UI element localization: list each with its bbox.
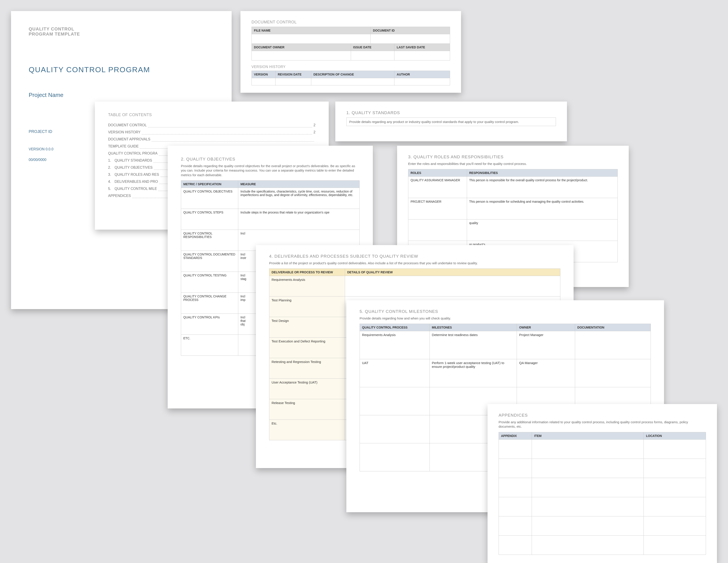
deliverables-desc: Provide a list of the project or product… [269,261,560,265]
cell-resp: This person is responsible for the overa… [467,177,617,198]
version-history-title: VERSION HISTORY [251,65,450,69]
cell-metric: QUALITY CONTROL OBJECTIVES [181,188,238,209]
cell-appendix [499,439,532,459]
th-process: QUALITY CONTROL PROCESS [360,324,430,331]
th-location: LOCATION [644,432,706,439]
cell-deliverable: Retesting and Regression Testing [269,358,345,379]
cell-appendix [499,459,532,478]
th-desc-change: DESCRIPTION OF CHANGE [311,71,394,78]
cell-resp: quality [467,219,617,241]
page-document-control: DOCUMENT CONTROL FILE NAME DOCUMENT ID D… [240,11,461,93]
objectives-title: 2. QUALITY OBJECTIVES [181,157,360,162]
milestones-title: 5. QUALITY CONTROL MILESTONES [360,309,651,314]
toc-row: DOCUMENT APPROVALS [108,136,315,143]
cell-process [360,387,430,415]
th-measure: MEASURE [238,180,359,188]
cell-appendix [499,516,532,535]
project-name-label: Project Name [29,92,214,98]
cell-process: UAT [360,359,430,387]
cell-deliverable: Test Design [269,317,345,338]
table-row [499,478,706,497]
cell-measure: Include the specifications, characterist… [238,188,359,209]
cell-deliverable: Test Execution and Defect Reporting [269,338,345,358]
th-resp: RESPONSIBILITIES [467,169,617,177]
cell-item [532,516,644,535]
cell-item [532,478,644,497]
table-row: QUALITY CONTROL STEPSInclude steps in th… [181,209,360,229]
cell-owner: Project Manager [517,331,575,359]
toc-label: TEMPLATE GUIDE [108,143,139,150]
cell-deliverable: Requirements Analysis [269,276,345,297]
table-row: Requirements Analysis [269,276,560,297]
cell-metric: QUALITY CONTROL DOCUMENTED STANDARDS [181,250,238,271]
cell-milestone: Determine test readiness dates [430,331,517,359]
cell-measure: Include steps in the process that relate… [238,209,359,229]
milestones-desc: Provide details regarding how and when y… [360,316,651,321]
cell-location [644,497,706,516]
cell-appendix [499,478,532,497]
table-row: Requirements AnalysisDetermine test read… [360,331,651,359]
cell-location [644,478,706,497]
appendices-table: APPENDIX ITEM LOCATION [499,432,706,555]
toc-label: DOCUMENT CONTROL [108,122,147,129]
toc-label: 5. QUALITY CONTROL MILE [108,185,157,192]
cell-owner: QA Manager [517,359,575,387]
template-title-line2: PROGRAM TEMPLATE [29,32,214,37]
doc-owner-table: DOCUMENT OWNER ISSUE DATE LAST SAVED DAT… [251,43,450,60]
cell-appendix [499,497,532,516]
cell-location [644,459,706,478]
toc-page: 2 [313,129,315,136]
cell-item [532,439,644,459]
th-owner: OWNER [517,324,575,331]
toc-label: DOCUMENT APPROVALS [108,136,150,143]
cell-process [360,415,430,443]
th-roles: ROLES [408,169,467,177]
cell-metric: QUALITY CONTROL CHANGE PROCESS [181,293,238,314]
toc-row: VERSION HISTORY2 [108,129,315,136]
th-documentation: DOCUMENTATION [575,324,651,331]
th-last-saved: LAST SAVED DATE [394,44,450,51]
cell-metric: ETC. [181,335,238,356]
table-row: QUALITY CONTROL OBJECTIVESInclude the sp… [181,188,360,209]
th-metric: METRIC / SPECIFICATION [181,180,238,188]
cell-milestone: Perform 1-week user acceptance testing (… [430,359,517,387]
table-row: PROJECT MANAGERThis person is responsibl… [408,198,618,219]
template-title-line1: QUALITY CONTROL [29,26,214,32]
cell-process: Requirements Analysis [360,331,430,359]
th-author: AUTHOR [394,71,450,78]
doc-control-table: FILE NAME DOCUMENT ID [251,27,450,44]
standards-title: 1. QUALITY STANDARDS [346,110,556,115]
appendices-desc: Provide any additional information relat… [499,420,706,429]
toc-label: 3. QUALITY ROLES AND RES [108,171,159,178]
cell-deliverable: Etc. [269,420,345,440]
cell-item [532,497,644,516]
objectives-desc: Provide details regarding the quality co… [181,164,360,177]
cell-role [408,219,467,241]
th-document-id: DOCUMENT ID [371,27,450,34]
toc-label: VERSION HISTORY [108,129,141,136]
table-row [499,535,706,555]
version-history-table: VERSION REVISION DATE DESCRIPTION OF CHA… [251,71,450,85]
th-file-name: FILE NAME [252,27,371,34]
deliverables-title: 4. DELIVERABLES AND PROCESSES SUBJECT TO… [269,254,560,259]
th-item: ITEM [532,432,644,439]
cell-item [532,535,644,555]
cell-deliverable: User Acceptance Testing (UAT) [269,379,345,399]
toc-label: 2. QUALITY OBJECTIVES [108,164,153,171]
toc-label: QUALITY CONTROL PROGRA [108,150,158,157]
cell-details [345,276,560,297]
cell-appendix [499,535,532,555]
table-row [499,459,706,478]
cell-item [532,459,644,478]
table-row: UATPerform 1-week user acceptance testin… [360,359,651,387]
toc-label: 1. QUALITY STANDARDS [108,157,152,164]
cell-metric: QUALITY CONTROL TESTING [181,271,238,293]
cell-location [644,516,706,535]
th-rev-date: REVISION DATE [275,71,311,78]
cell-metric: QUALITY CONTROL RESPONSIBILITIES [181,229,238,250]
toc-page: 2 [313,122,315,129]
toc-label: APPENDICES [108,192,131,199]
page-appendices: APPENDICES Provide any additional inform… [488,404,717,563]
th-deliverable: DELIVERABLE OR PROCESS TO REVIEW [269,269,345,276]
toc-label: 4. DELIVERABLES AND PRO [108,178,158,185]
